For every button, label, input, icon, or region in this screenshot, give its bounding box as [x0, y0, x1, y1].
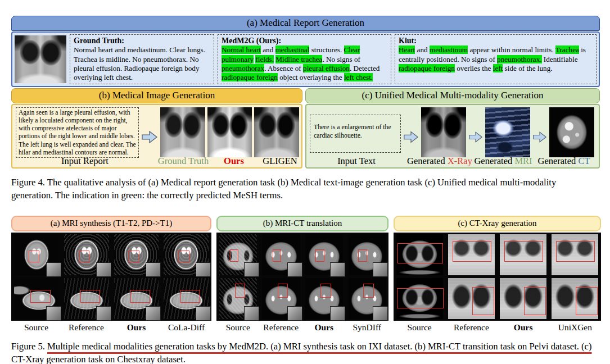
figure5: (a) MRI synthesis (T1-T2, PD->T1) Source…	[11, 216, 601, 333]
medical-image-pelvis-mri	[217, 233, 259, 276]
kiut-text: Heart and mediastinum appear within norm…	[399, 46, 593, 73]
roi-redbox	[524, 287, 545, 315]
roi-zoom-inset	[96, 306, 111, 321]
medical-image-pelvis-mri	[217, 277, 259, 320]
medical-image-cxr-gen-dark	[498, 277, 549, 320]
panel-b: (b) Medical Image Generation Again seen …	[11, 88, 302, 169]
roi-redbox	[273, 249, 282, 262]
medical-image-cxr-gen-dark	[549, 277, 600, 320]
kiut-report-box: Kiut: Heart and mediastinum appear withi…	[395, 34, 597, 84]
roi-redbox	[130, 290, 150, 303]
method-label: Source	[394, 322, 445, 333]
arrow-right-icon	[403, 130, 419, 144]
mesh-term-highlight: radiopaque foreign	[222, 73, 278, 81]
medical-image-chest-ct	[394, 233, 445, 276]
roi-zoom-inset	[196, 306, 211, 321]
roi-redbox	[80, 290, 100, 303]
mesh-term-highlight: fields.	[255, 55, 274, 63]
mesh-term-highlight: Trachea	[555, 46, 579, 54]
ct-xray-generation-grid	[394, 233, 601, 321]
medical-image-chest-ct	[394, 277, 445, 320]
roi-redbox	[320, 284, 331, 298]
medical-image-pelvis-ct	[260, 233, 302, 276]
gligen-xray-image	[254, 107, 299, 157]
method-label: UniXGen	[549, 322, 601, 333]
figure5-caption: Figure 5. Multiple medical modalities ge…	[11, 340, 600, 364]
panel-a-header: (a) Medical Report Generation	[11, 16, 600, 31]
roi-redbox	[556, 241, 595, 262]
mri-ct-translation-grid	[216, 233, 388, 321]
method-label-ours: Ours	[111, 322, 161, 333]
medical-image-brain-low	[62, 277, 111, 320]
input-text-box: There is a enlargement of the cardiac si…	[310, 115, 401, 153]
roi-redbox	[576, 287, 597, 315]
medical-image-pelvis-ct	[260, 277, 302, 320]
red-underlined-text: Multiple medical modalities generation t…	[11, 341, 591, 364]
medical-image-pelvis-ct	[303, 277, 345, 320]
arrow-right-icon	[532, 130, 547, 144]
input-report-label: Input Report	[12, 156, 157, 167]
generated-xray-image	[421, 107, 466, 157]
ground-truth-label: Ground Truth	[157, 156, 209, 167]
panel-c-content: There is a enlargement of the cardiac si…	[305, 104, 600, 169]
input-text-label: Input Text	[306, 156, 406, 167]
medical-image-brain-t2	[112, 233, 161, 276]
roi-redbox	[504, 241, 543, 262]
mesh-term-highlight: pneumothorax	[222, 64, 264, 72]
medm2g-text: Normal heart and mediastinal structures.…	[222, 46, 387, 82]
medm2g-title: MedM2G (Ours):	[222, 36, 387, 46]
roi-zoom-inset	[330, 262, 345, 277]
panel-c-header: (c) Unified Medical Multi-modality Gener…	[305, 88, 600, 103]
mesh-term-highlight: Heart	[399, 46, 415, 54]
roi-zoom-inset	[46, 306, 61, 321]
panel-c-labels: Input Text Generated X-Ray Generated MRI…	[306, 156, 599, 167]
paper-figure-page: (a) Medical Report Generation Ground Tru…	[0, 0, 610, 364]
figure5-panel-b: (b) MRI-CT translation Source Reference …	[216, 216, 388, 333]
roi-zoom-inset	[287, 306, 302, 321]
method-label-ours: Ours	[302, 322, 346, 333]
chest-xray-thumbnail	[15, 35, 66, 83]
roi-redbox	[358, 249, 367, 262]
medical-image-pelvis-ct	[346, 233, 388, 276]
panel-c-method-labels: Source Reference Ours UniXGen	[394, 321, 601, 333]
figure4: (a) Medical Report Generation Ground Tru…	[11, 16, 600, 169]
medical-image-brain-t2	[62, 233, 111, 276]
roi-zoom-inset	[373, 306, 388, 321]
roi-zoom-inset	[373, 262, 388, 277]
panel-b-content: Again seen is a large pleural effusion, …	[11, 104, 302, 169]
panel-a-mri-synthesis-header: (a) MRI synthesis (T1-T2, PD->T1)	[11, 216, 211, 231]
mri-synthesis-grid	[11, 233, 211, 321]
method-label: Source	[11, 322, 61, 333]
roi-redbox	[278, 284, 288, 298]
mesh-term-highlight: pleural effusion	[303, 64, 350, 72]
figure4-caption: Figure 4. The qualitative analysis of (a…	[11, 176, 600, 202]
method-label: Reference	[445, 322, 497, 333]
medical-image-cxr-gen	[498, 233, 549, 276]
figure5-panel-a: (a) MRI synthesis (T1-T2, PD->T1) Source…	[11, 216, 211, 333]
roi-zoom-inset	[46, 262, 61, 277]
panel-b-mri-ct-header: (b) MRI-CT translation	[216, 216, 388, 231]
arrow-right-icon	[141, 130, 158, 144]
roi-zoom-inset	[196, 262, 211, 277]
roi-redbox	[79, 251, 90, 262]
generated-mri-image	[485, 107, 530, 157]
roi-redbox	[397, 288, 444, 308]
medical-image-brain-t1	[12, 233, 61, 276]
panel-c-ct-xray-header: (c) CT-Xray generation	[394, 216, 601, 231]
ours-label: Ours	[209, 156, 259, 167]
roi-redbox	[230, 249, 239, 262]
ground-truth-text: Normal heart and mediastinum. Clear lung…	[74, 46, 210, 82]
medical-image-cxr-gen-dark	[446, 277, 497, 320]
generated-mri-label: Generated MRI	[473, 156, 534, 167]
mesh-term-highlight: left chest.	[344, 73, 373, 81]
mesh-term-highlight: mediastinum	[430, 46, 468, 54]
method-label: Reference	[61, 322, 111, 333]
roi-redbox	[453, 241, 491, 262]
method-label-ours: Ours	[498, 322, 549, 333]
roi-redbox	[363, 284, 374, 298]
mesh-term-highlight: radiopaque foreign	[399, 64, 455, 72]
method-label: SynDIff	[346, 322, 389, 333]
roi-redbox	[180, 290, 200, 303]
medical-image-brain-low-src	[12, 277, 61, 320]
roi-redbox	[178, 251, 189, 262]
